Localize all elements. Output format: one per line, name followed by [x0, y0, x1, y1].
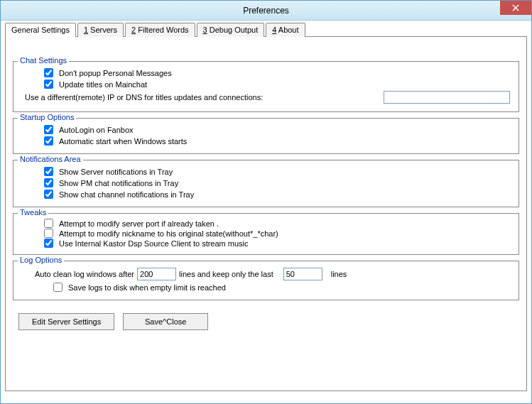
input-ip-dns[interactable] — [384, 91, 510, 104]
close-button[interactable] — [500, 1, 531, 15]
group-startup-options: Startup Options AutoLogin on Fanbox Auto… — [13, 118, 519, 154]
checkbox-server-notif[interactable] — [44, 167, 53, 176]
label-pm-notif: Show PM chat notifications in Tray — [59, 179, 178, 187]
legend-startup-options: Startup Options — [18, 113, 76, 121]
label-auto-clean-pre: Auto clean log windows after — [35, 270, 134, 278]
label-autologin: AutoLogin on Fanbox — [59, 126, 134, 134]
label-auto-clean-post: lines — [331, 270, 347, 278]
label-save-logs: Save logs to disk when empty limit is re… — [68, 283, 226, 292]
checkbox-modify-port[interactable] — [44, 219, 53, 228]
checkbox-save-logs[interactable] — [53, 283, 63, 292]
checkbox-dont-popup-pm[interactable] — [44, 68, 53, 77]
label-modify-nickname: Attempt to modify nickname to his origin… — [59, 229, 278, 238]
legend-chat-settings: Chat Settings — [18, 56, 69, 65]
group-notifications: Notifications Area Show Server notificat… — [13, 160, 519, 207]
label-auto-clean-mid: lines and keep only the last — [179, 270, 273, 278]
tabstrip: General Settings 1 Servers 2 Filtered Wo… — [5, 23, 527, 37]
checkbox-kastor-dsp[interactable] — [44, 239, 53, 248]
checkbox-pm-notif[interactable] — [44, 178, 53, 187]
button-row: Edit Server Settings Save^Close — [18, 313, 519, 330]
tab-about[interactable]: 4 About — [266, 23, 305, 37]
label-ip-dns: Use a different(remote) IP or DNS for ti… — [25, 93, 263, 102]
tab-panel-general: Chat Settings Don't popup Personal Messa… — [5, 36, 527, 391]
input-keep-last[interactable] — [283, 268, 322, 280]
checkbox-modify-nickname[interactable] — [44, 229, 53, 238]
titlebar: Preferences — [1, 1, 531, 21]
label-server-notif: Show Server notifications in Tray — [59, 168, 173, 176]
legend-tweaks: Tweaks — [18, 208, 48, 217]
checkbox-autologin[interactable] — [44, 125, 53, 134]
tab-filtered-words[interactable]: 2 Filtered Words — [125, 23, 195, 37]
edit-server-settings-button[interactable]: Edit Server Settings — [18, 313, 114, 330]
save-close-button[interactable]: Save^Close — [123, 313, 208, 330]
window-title: Preferences — [1, 6, 531, 16]
legend-notifications: Notifications Area — [18, 155, 83, 163]
label-autostart-windows: Automatic start when Windows starts — [59, 137, 187, 146]
group-log-options: Log Options Auto clean log windows after… — [13, 261, 519, 300]
group-tweaks: Tweaks Attempt to modify server port if … — [13, 213, 519, 255]
group-chat-settings: Chat Settings Don't popup Personal Messa… — [13, 61, 519, 112]
tab-servers[interactable]: 1 Servers — [77, 23, 124, 37]
tab-debug-output[interactable]: 3 Debug Output — [197, 23, 265, 37]
preferences-window: Preferences General Settings 1 Servers 2… — [0, 0, 532, 404]
input-lines-after[interactable] — [137, 268, 176, 280]
checkbox-update-titles[interactable] — [44, 80, 53, 89]
client-area: General Settings 1 Servers 2 Filtered Wo… — [1, 21, 531, 403]
tab-general-settings[interactable]: General Settings — [5, 23, 76, 37]
label-modify-port: Attempt to modify server port if already… — [59, 219, 219, 228]
label-kastor-dsp: Use Internal Kastor Dsp Source Client to… — [59, 239, 249, 248]
checkbox-autostart-windows[interactable] — [44, 136, 53, 146]
close-icon — [512, 4, 519, 11]
label-dont-popup-pm: Don't popup Personal Messages — [59, 69, 172, 77]
label-update-titles: Update titles on Mainchat — [59, 80, 147, 89]
label-channel-notif: Show chat channel notifications in Tray — [59, 190, 194, 199]
checkbox-channel-notif[interactable] — [44, 190, 53, 199]
legend-log-options: Log Options — [18, 256, 64, 264]
